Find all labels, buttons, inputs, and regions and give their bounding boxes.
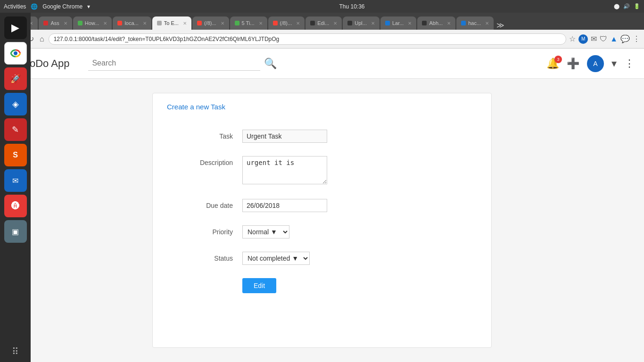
tab-11[interactable]: Abh... ✕: [417, 16, 455, 30]
menu-dots-icon[interactable]: ⋮: [633, 34, 640, 43]
ext2-icon[interactable]: 💬: [620, 34, 630, 43]
tab-close-4[interactable]: ✕: [183, 21, 187, 26]
dropdown-arrow[interactable]: ▾: [87, 3, 90, 10]
task-label: Task: [167, 130, 242, 140]
description-row: Description urgent it is: [167, 156, 477, 186]
more-tabs-button[interactable]: ≫: [495, 21, 506, 30]
app-grid-icon[interactable]: ⠿: [12, 346, 19, 357]
notification-bell-button[interactable]: 🔔 3: [546, 58, 559, 70]
settings-dropdown-button[interactable]: ▾: [611, 58, 617, 70]
tab-close-6[interactable]: ✕: [259, 21, 263, 26]
tab-label-10: Lar...: [392, 20, 404, 26]
tab-3[interactable]: loca... ✕: [113, 16, 151, 30]
due-date-input[interactable]: [242, 199, 327, 212]
writer-icon[interactable]: ✉: [4, 169, 27, 192]
description-control: urgent it is: [242, 156, 477, 186]
tab-bar: Lar... ✕ Ass ✕ How... ✕ loca... ✕ To E..…: [0, 13, 644, 30]
tab-label-12: hac...: [468, 20, 481, 26]
description-label: Description: [167, 156, 242, 166]
tab-label-3: loca...: [124, 20, 138, 26]
tab-favicon-1: [43, 21, 48, 25]
tab-12[interactable]: hac... ✕: [456, 16, 494, 30]
search-button[interactable]: 🔍: [264, 58, 277, 70]
tab-favicon-10: [385, 21, 390, 25]
add-task-button[interactable]: ➕: [567, 58, 579, 70]
rocket-icon[interactable]: 🚀: [4, 67, 27, 90]
priority-select[interactable]: Normal ▼ High Low: [242, 225, 289, 239]
photo-icon[interactable]: ▣: [4, 220, 27, 243]
user-avatar-small[interactable]: M: [578, 34, 588, 44]
tab-favicon-12: [461, 21, 466, 25]
description-textarea[interactable]: urgent it is: [242, 156, 327, 184]
browser-name-label: Google Chrome: [42, 3, 83, 10]
activities-label[interactable]: Activities: [4, 3, 26, 10]
priority-control: Normal ▼ High Low: [242, 225, 477, 239]
tab-close-12[interactable]: ✕: [485, 21, 489, 26]
tab-favicon-3: [117, 21, 122, 25]
edit-button-control: Edit: [242, 278, 477, 293]
ext1-icon[interactable]: ▲: [610, 35, 618, 43]
status-control: Not completed ▼ Completed: [242, 252, 477, 265]
address-input[interactable]: [49, 33, 566, 45]
package-icon[interactable]: 🅐: [4, 195, 27, 217]
bookmark-icon[interactable]: ☆: [569, 34, 576, 43]
tab-close-10[interactable]: ✕: [408, 21, 412, 26]
tab-2[interactable]: How... ✕: [73, 16, 112, 30]
tab-4[interactable]: To E... ✕: [152, 16, 191, 30]
network-icon: ⬤: [614, 3, 619, 9]
tab-close-1[interactable]: ✕: [64, 21, 67, 26]
tab-close-2[interactable]: ✕: [103, 21, 107, 26]
tab-label-7: (/8)...: [280, 20, 292, 26]
shield-icon[interactable]: 🛡: [600, 35, 607, 43]
sublime-icon[interactable]: S: [4, 144, 27, 166]
status-label: Status: [167, 252, 242, 262]
status-select[interactable]: Not completed ▼ Completed: [242, 252, 310, 265]
terminal-icon[interactable]: ▶: [4, 16, 27, 39]
tab-5[interactable]: (/8)... ✕: [192, 16, 229, 30]
task-input[interactable]: [242, 130, 327, 143]
tab-label-4: To E...: [164, 20, 179, 26]
form-card: Create a new Task Task Description urgen…: [152, 93, 492, 348]
tab-close-8[interactable]: ✕: [333, 21, 337, 26]
svg-point-1: [14, 51, 17, 55]
vscode-icon[interactable]: ◈: [4, 93, 27, 115]
search-input[interactable]: [88, 56, 260, 71]
tab-close-3[interactable]: ✕: [143, 21, 147, 26]
notification-badge: 3: [554, 56, 562, 63]
more-options-button[interactable]: ⋮: [624, 58, 635, 70]
tab-6[interactable]: 5 Ti... ✕: [230, 16, 267, 30]
tab-close-9[interactable]: ✕: [371, 21, 375, 26]
tab-close-11[interactable]: ✕: [447, 21, 451, 26]
os-bar-left: Activities 🌐 Google Chrome ▾: [4, 3, 90, 10]
tab-close-5[interactable]: ✕: [221, 21, 224, 26]
edit-button-row: Edit: [167, 278, 477, 293]
tab-favicon-9: [347, 21, 352, 25]
tab-7[interactable]: (/8)... ✕: [268, 16, 305, 30]
notes-icon[interactable]: ✎: [4, 118, 27, 141]
main-content: Create a new Task Task Description urgen…: [0, 79, 644, 362]
priority-row: Priority Normal ▼ High Low: [167, 225, 477, 239]
tab-label-5: (/8)...: [204, 20, 216, 26]
app-title: ToDo App: [25, 58, 69, 70]
tab-favicon-5: [197, 21, 202, 25]
tab-10[interactable]: Lar... ✕: [380, 16, 416, 30]
address-bar: ◀ ▶ ↻ ⌂ ☆ M ✉ 🛡 ▲ 💬 ⋮: [0, 30, 644, 49]
due-date-control: [242, 199, 477, 212]
home-button[interactable]: ⌂: [38, 33, 46, 45]
tab-favicon-4: [157, 21, 162, 25]
mail-icon[interactable]: ✉: [591, 34, 597, 43]
tab-favicon-11: [422, 21, 427, 25]
tab-8[interactable]: Edi... ✕: [305, 16, 342, 30]
user-avatar-button[interactable]: A: [587, 55, 604, 72]
tab-1[interactable]: Ass ✕: [39, 16, 72, 30]
chrome-icon[interactable]: [4, 42, 27, 65]
status-row: Status Not completed ▼ Completed: [167, 252, 477, 265]
tab-9[interactable]: Upl... ✕: [343, 16, 380, 30]
top-nav: ☰ ToDo App 🔍 🔔 3 ➕ A ▾ ⋮: [0, 49, 644, 79]
tab-label-9: Upl...: [355, 20, 367, 26]
volume-icon[interactable]: 🔊: [623, 3, 630, 9]
edit-button[interactable]: Edit: [242, 278, 276, 293]
tab-close-7[interactable]: ✕: [296, 21, 300, 26]
task-row: Task: [167, 130, 477, 143]
tab-label-11: Abh...: [429, 20, 443, 26]
